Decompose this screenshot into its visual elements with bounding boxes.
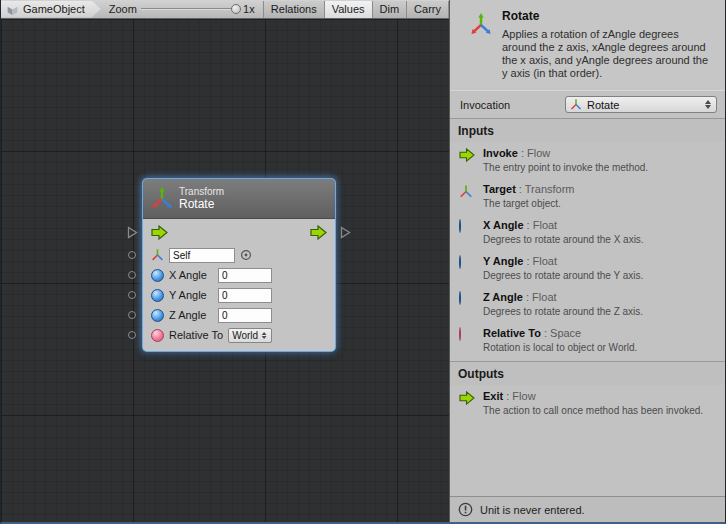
input-item-target: TargetTransform The target object. (450, 178, 725, 214)
float-port-icon (151, 289, 164, 302)
float-port-icon (459, 291, 475, 318)
graph-toolbar: GameObject Zoom 1x Relations Values Dim … (1, 0, 449, 19)
warning-bar: Unit is never entered. (450, 496, 725, 522)
input-item-x-angle: X AngleFloat Degrees to rotate around th… (450, 214, 725, 250)
flow-input-connector[interactable] (127, 226, 138, 239)
invocation-dropdown[interactable]: Rotate (565, 96, 717, 113)
inputs-section-header: Inputs (450, 118, 725, 142)
warning-text: Unit is never entered. (480, 504, 585, 516)
float-port-icon (459, 219, 475, 246)
warning-icon (458, 502, 473, 517)
x-angle-field[interactable] (218, 268, 272, 283)
transform-icon (151, 187, 173, 211)
x-angle-label: X Angle (169, 269, 213, 281)
x-angle-connector[interactable] (128, 271, 136, 279)
graph-canvas[interactable]: Transform Rotate (1, 19, 449, 522)
target-connector[interactable] (128, 251, 136, 259)
node-body: X Angle Y Angle Z Angle (143, 219, 335, 351)
dropdown-arrows-icon (262, 331, 268, 338)
transform-icon (459, 183, 475, 210)
float-port-icon (151, 269, 164, 282)
carry-toggle-button[interactable]: Carry (406, 1, 449, 18)
exit-flow-port[interactable] (310, 225, 327, 240)
z-angle-field[interactable] (218, 308, 272, 323)
y-angle-field[interactable] (218, 288, 272, 303)
input-item-relative-to: Relative ToSpace Rotation is local to ob… (450, 322, 725, 358)
breadcrumb-gameobject[interactable]: GameObject (1, 1, 101, 18)
input-item-invoke: InvokeFlow The entry point to invoke the… (450, 142, 725, 178)
values-toggle-button[interactable]: Values (324, 1, 372, 18)
invocation-value: Rotate (587, 99, 700, 111)
space-port-icon (151, 329, 164, 342)
relations-toggle-button[interactable]: Relations (263, 1, 324, 18)
transform-icon (462, 9, 492, 80)
graph-area: GameObject Zoom 1x Relations Values Dim … (1, 0, 449, 522)
space-port-icon (459, 327, 475, 354)
breadcrumb-label: GameObject (23, 3, 85, 15)
float-port-icon (459, 255, 475, 282)
zoom-slider[interactable] (141, 3, 239, 15)
unit-inspector-panel: Rotate Applies a rotation of zAngle degr… (449, 0, 725, 522)
relative-to-connector[interactable] (128, 331, 136, 339)
outputs-section-header: Outputs (450, 361, 725, 385)
z-angle-label: Z Angle (169, 309, 213, 321)
y-angle-connector[interactable] (128, 291, 136, 299)
flow-row (143, 219, 335, 245)
invocation-label: Invocation (460, 99, 510, 111)
panel-spacer (450, 421, 725, 496)
dim-toggle-button[interactable]: Dim (372, 1, 407, 18)
relative-to-dropdown[interactable]: World (228, 328, 272, 343)
target-row (143, 245, 335, 265)
relative-to-value: World (232, 330, 258, 341)
object-picker-icon[interactable] (240, 249, 252, 261)
flow-arrow-icon (459, 390, 475, 417)
zoom-slider-track (141, 8, 239, 10)
gameobject-cube-icon (6, 3, 19, 16)
node-subtitle: Rotate (179, 198, 224, 211)
x-angle-row: X Angle (143, 265, 335, 285)
invoke-flow-port[interactable] (151, 225, 168, 240)
flow-output-connector[interactable] (340, 226, 351, 239)
y-angle-row: Y Angle (143, 285, 335, 305)
toolbar-toggle-group: Relations Values Dim Carry (263, 1, 449, 18)
relative-to-label: Relative To (169, 329, 223, 341)
target-self-field[interactable] (169, 248, 235, 263)
transform-icon (570, 98, 582, 111)
relative-to-row: Relative To World (143, 325, 335, 345)
z-angle-row: Z Angle (143, 305, 335, 325)
y-angle-label: Y Angle (169, 289, 213, 301)
input-item-z-angle: Z AngleFloat Degrees to rotate around th… (450, 286, 725, 322)
transform-icon (151, 248, 164, 262)
inspector-title: Rotate (502, 9, 714, 23)
node-transform-rotate[interactable]: Transform Rotate (143, 179, 335, 351)
zoom-value: 1x (243, 3, 259, 15)
inspector-header: Rotate Applies a rotation of zAngle degr… (450, 0, 725, 90)
bolt-editor-window: GameObject Zoom 1x Relations Values Dim … (0, 0, 726, 524)
float-port-icon (151, 309, 164, 322)
flow-arrow-icon (459, 147, 475, 174)
dropdown-arrows-icon (705, 100, 712, 109)
z-angle-connector[interactable] (128, 311, 136, 319)
node-header[interactable]: Transform Rotate (143, 179, 335, 219)
input-item-y-angle: Y AngleFloat Degrees to rotate around th… (450, 250, 725, 286)
inspector-description: Applies a rotation of zAngle degrees aro… (502, 28, 714, 80)
zoom-slider-knob[interactable] (231, 4, 241, 14)
zoom-label: Zoom (109, 3, 137, 15)
output-item-exit: ExitFlow The action to call once method … (450, 385, 725, 421)
invocation-row: Invocation Rotate (450, 91, 725, 118)
